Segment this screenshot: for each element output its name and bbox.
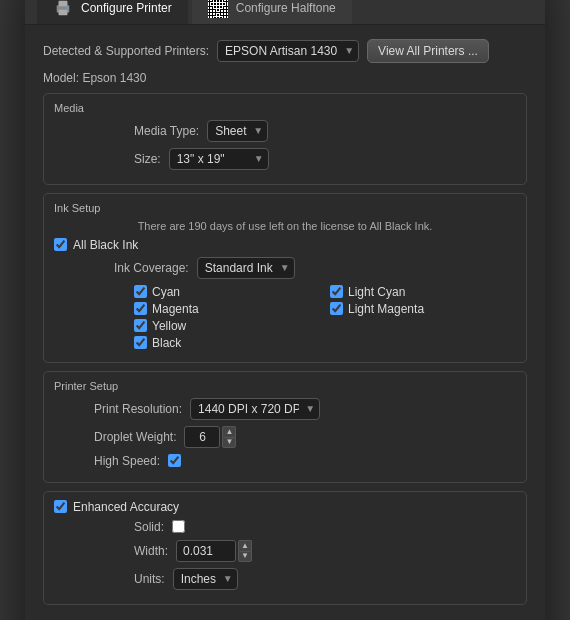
print-resolution-select[interactable]: 1440 DPI x 720 DPI (190, 398, 320, 420)
yellow-ink-item: Yellow (134, 319, 320, 333)
media-size-row: Size: 13" x 19" ▼ (54, 148, 516, 170)
printer-select[interactable]: EPSON Artisan 1430 (217, 40, 359, 62)
high-speed-checkbox[interactable] (168, 454, 181, 467)
enhanced-accuracy-section: Enhanced Accuracy Solid: Width: ▲ ▼ Unit… (43, 491, 527, 605)
all-black-ink-checkbox[interactable] (54, 238, 67, 251)
solid-label: Solid: (134, 520, 164, 534)
magenta-ink-checkbox[interactable] (134, 302, 147, 315)
light-cyan-ink-item: Light Cyan (330, 285, 516, 299)
light-magenta-ink-item: Light Magenta (330, 302, 516, 316)
light-magenta-ink-checkbox[interactable] (330, 302, 343, 315)
droplet-weight-input[interactable] (184, 426, 220, 448)
high-speed-label: High Speed: (94, 454, 160, 468)
cyan-ink-label: Cyan (152, 285, 180, 299)
high-speed-row: High Speed: (54, 454, 516, 468)
printer-setup-title: Printer Setup (54, 380, 516, 392)
main-content: Detected & Supported Printers: EPSON Art… (25, 25, 545, 621)
halftone-icon (208, 0, 228, 18)
print-resolution-label: Print Resolution: (94, 402, 182, 416)
light-cyan-ink-checkbox[interactable] (330, 285, 343, 298)
ink-setup-title: Ink Setup (54, 202, 516, 214)
enhanced-accuracy-header: Enhanced Accuracy (54, 500, 516, 514)
media-section: Media Media Type: Sheet ▼ Size: 13" x 19… (43, 93, 527, 185)
model-label: Model: (43, 71, 79, 85)
tab-configure-printer[interactable]: Configure Printer (37, 0, 188, 24)
width-stepper: ▲ ▼ (176, 540, 252, 562)
all-black-ink-row: All Black Ink (54, 238, 516, 252)
ink-coverage-row: Ink Coverage: Standard Ink ▼ (54, 257, 516, 279)
droplet-weight-stepper-buttons: ▲ ▼ (222, 426, 236, 448)
units-select-wrap: Inches ▼ (173, 568, 238, 590)
tabs-row: Configure Printer Configure Halftone (25, 0, 545, 25)
droplet-weight-decrement-button[interactable]: ▼ (222, 437, 236, 448)
media-size-label: Size: (134, 152, 161, 166)
droplet-weight-row: Droplet Weight: ▲ ▼ (54, 426, 516, 448)
droplet-weight-label: Droplet Weight: (94, 430, 176, 444)
units-label: Units: (134, 572, 165, 586)
width-input[interactable] (176, 540, 236, 562)
media-type-select[interactable]: Sheet (207, 120, 268, 142)
detected-printers-row: Detected & Supported Printers: EPSON Art… (43, 39, 527, 63)
units-select[interactable]: Inches (173, 568, 238, 590)
tab-configure-halftone[interactable]: Configure Halftone (192, 0, 352, 24)
ink-checkboxes-grid: Cyan Light Cyan Magenta Light Magenta Ye… (134, 285, 516, 350)
configuration-window: Configuration Configure Printer Configur… (25, 0, 545, 620)
cyan-ink-checkbox[interactable] (134, 285, 147, 298)
media-type-label: Media Type: (134, 124, 199, 138)
ink-coverage-select-wrap: Standard Ink ▼ (197, 257, 295, 279)
media-size-select-wrap: 13" x 19" ▼ (169, 148, 269, 170)
width-increment-button[interactable]: ▲ (238, 540, 252, 551)
yellow-ink-label: Yellow (152, 319, 186, 333)
black-ink-item: Black (134, 336, 320, 350)
magenta-ink-label: Magenta (152, 302, 199, 316)
width-stepper-buttons: ▲ ▼ (238, 540, 252, 562)
solid-checkbox[interactable] (172, 520, 185, 533)
light-magenta-ink-label: Light Magenta (348, 302, 424, 316)
enhanced-accuracy-checkbox[interactable] (54, 500, 67, 513)
enhanced-accuracy-label: Enhanced Accuracy (73, 500, 179, 514)
solid-row: Solid: (54, 520, 516, 534)
magenta-ink-item: Magenta (134, 302, 320, 316)
media-type-select-wrap: Sheet ▼ (207, 120, 268, 142)
ink-license-info: There are 190 days of use left on the li… (54, 220, 516, 232)
printer-setup-section: Printer Setup Print Resolution: 1440 DPI… (43, 371, 527, 483)
media-size-select[interactable]: 13" x 19" (169, 148, 269, 170)
cyan-ink-item: Cyan (134, 285, 320, 299)
yellow-ink-checkbox[interactable] (134, 319, 147, 332)
width-row: Width: ▲ ▼ (54, 540, 516, 562)
svg-rect-1 (59, 0, 68, 5)
units-row: Units: Inches ▼ (54, 568, 516, 590)
tab-configure-halftone-label: Configure Halftone (236, 1, 336, 15)
light-cyan-ink-label: Light Cyan (348, 285, 405, 299)
tab-configure-printer-label: Configure Printer (81, 1, 172, 15)
ink-coverage-select[interactable]: Standard Ink (197, 257, 295, 279)
width-label: Width: (134, 544, 168, 558)
print-resolution-select-wrap: 1440 DPI x 720 DPI ▼ (190, 398, 320, 420)
media-type-row: Media Type: Sheet ▼ (54, 120, 516, 142)
model-row: Model: Epson 1430 (43, 71, 527, 85)
print-resolution-row: Print Resolution: 1440 DPI x 720 DPI ▼ (54, 398, 516, 420)
media-section-title: Media (54, 102, 516, 114)
black-ink-checkbox[interactable] (134, 336, 147, 349)
ink-setup-section: Ink Setup There are 190 days of use left… (43, 193, 527, 363)
all-black-ink-label: All Black Ink (73, 238, 138, 252)
view-all-printers-button[interactable]: View All Printers ... (367, 39, 489, 63)
black-ink-label: Black (152, 336, 181, 350)
droplet-weight-increment-button[interactable]: ▲ (222, 426, 236, 437)
model-value: Epson 1430 (82, 71, 146, 85)
droplet-weight-stepper: ▲ ▼ (184, 426, 236, 448)
svg-rect-2 (59, 9, 68, 14)
width-decrement-button[interactable]: ▼ (238, 551, 252, 562)
ink-coverage-label: Ink Coverage: (114, 261, 189, 275)
svg-rect-3 (67, 7, 69, 9)
printer-select-wrap: EPSON Artisan 1430 ▼ (217, 40, 359, 62)
printer-icon (53, 0, 73, 18)
detected-printers-label: Detected & Supported Printers: (43, 44, 209, 58)
